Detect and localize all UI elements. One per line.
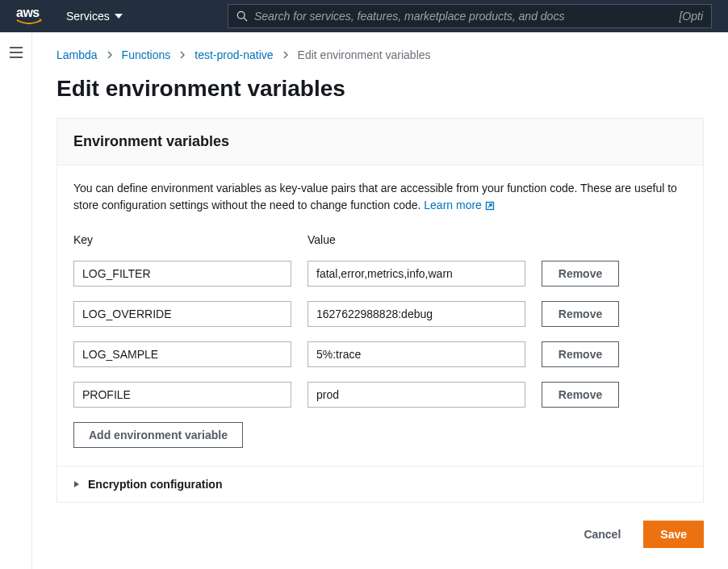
cancel-button[interactable]: Cancel: [571, 521, 634, 547]
search-input[interactable]: [248, 10, 679, 23]
chevron-right-icon: [107, 51, 112, 59]
env-value-input[interactable]: [308, 341, 525, 367]
hamburger-icon[interactable]: [10, 47, 23, 58]
breadcrumb-functions[interactable]: Functions: [122, 48, 171, 61]
chevron-right-icon: [283, 51, 288, 59]
breadcrumb-function-name[interactable]: test-prod-native: [195, 48, 273, 61]
breadcrumb-current: Edit environment variables: [298, 48, 431, 61]
env-value-input[interactable]: [308, 261, 525, 287]
encryption-config-label: Encryption configuration: [88, 478, 222, 491]
panel-body: You can define environment variables as …: [57, 165, 703, 466]
breadcrumb: Lambda Functions test-prod-native Edit e…: [56, 48, 704, 61]
main-content: Lambda Functions test-prod-native Edit e…: [32, 32, 728, 569]
panel-description: You can define environment variables as …: [73, 180, 687, 214]
svg-point-0: [237, 11, 245, 19]
remove-button[interactable]: Remove: [542, 301, 619, 327]
breadcrumb-lambda[interactable]: Lambda: [56, 48, 98, 61]
services-label: Services: [66, 10, 110, 23]
page-title: Edit environment variables: [56, 76, 704, 102]
panel-title: Environment variables: [73, 133, 687, 150]
aws-smile-icon: [16, 19, 42, 27]
top-nav: aws Services [Opti: [0, 0, 728, 32]
caret-down-icon: [115, 14, 123, 19]
key-column-header: Key: [73, 233, 291, 246]
remove-button[interactable]: Remove: [542, 382, 619, 408]
add-env-var-button[interactable]: Add environment variable: [73, 422, 243, 448]
learn-more-link[interactable]: Learn more: [424, 197, 495, 214]
services-menu[interactable]: Services: [66, 10, 123, 23]
aws-logo[interactable]: aws: [16, 6, 42, 27]
search-icon: [236, 10, 248, 22]
sidebar-toggle: [0, 32, 32, 569]
search-hint: [Opti: [679, 10, 703, 23]
remove-button[interactable]: Remove: [542, 261, 619, 287]
value-column-header: Value: [308, 233, 525, 246]
env-key-input[interactable]: [73, 382, 291, 408]
encryption-config-section[interactable]: Encryption configuration: [57, 466, 703, 502]
caret-right-icon: [73, 480, 80, 488]
env-key-input[interactable]: [73, 341, 291, 367]
env-vars-table: Key Value Remove Remove Remove Remove: [73, 233, 687, 408]
remove-button[interactable]: Remove: [542, 341, 619, 367]
svg-line-1: [244, 18, 247, 21]
footer-actions: Cancel Save: [56, 521, 704, 548]
chevron-right-icon: [180, 51, 185, 59]
search-container[interactable]: [Opti: [228, 4, 712, 28]
env-key-input[interactable]: [73, 261, 291, 287]
external-link-icon: [485, 201, 495, 211]
env-vars-panel: Environment variables You can define env…: [56, 118, 704, 503]
env-value-input[interactable]: [308, 301, 525, 327]
panel-header: Environment variables: [57, 119, 703, 165]
env-value-input[interactable]: [308, 382, 525, 408]
env-key-input[interactable]: [73, 301, 291, 327]
save-button[interactable]: Save: [643, 521, 704, 548]
